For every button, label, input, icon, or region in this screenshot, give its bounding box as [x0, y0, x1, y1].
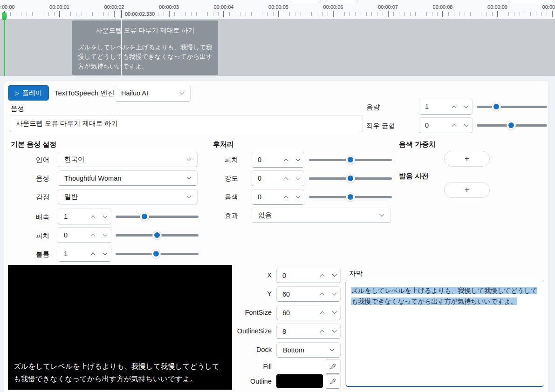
subtitle-textarea[interactable]: ズルをしてレベルを上げるよりも、我慢して我慢してどうしても我慢できなくなってから… — [345, 280, 544, 387]
intensity-slider[interactable] — [309, 174, 392, 182]
play-icon: ▷ — [15, 90, 19, 96]
clip-title: 사운드텝 오류 다루기 제대로 하기 — [72, 27, 218, 35]
cutoff-button[interactable] — [290, 0, 321, 3]
fill-color-swatch[interactable] — [276, 360, 323, 373]
spin-up-button[interactable] — [316, 324, 328, 338]
pitch-spinner[interactable]: 0 — [58, 227, 111, 243]
speed-slider[interactable] — [116, 212, 199, 221]
chevron-down-icon — [295, 175, 300, 180]
spin-up-button[interactable] — [316, 268, 328, 283]
chevron-down-icon — [332, 272, 336, 277]
balance-slider[interactable] — [477, 121, 547, 129]
intensity-value: 0 — [252, 175, 280, 182]
add-timbre-weight-button[interactable]: + — [444, 151, 490, 167]
voice-text-value: 사운드텝 오류 다루기 제대로 하기 — [10, 119, 118, 128]
effect-select[interactable]: 없음 — [252, 208, 391, 223]
pitch-slider[interactable] — [116, 231, 199, 239]
slider-thumb[interactable] — [507, 121, 515, 129]
language-select[interactable]: 한국어 — [58, 152, 198, 167]
outline-color-swatch[interactable] — [276, 374, 323, 388]
add-pronunciation-button[interactable]: + — [444, 182, 490, 198]
timbre-weights-heading: 음색 가중치 — [399, 140, 436, 149]
y-spinner[interactable]: 60 — [276, 286, 341, 302]
chevron-down-icon — [187, 175, 192, 180]
emotion-select[interactable]: 일반 — [58, 189, 198, 204]
spin-down-button[interactable] — [99, 209, 111, 224]
timeline-marker-handle[interactable] — [2, 12, 7, 20]
playhead-line[interactable] — [121, 19, 122, 76]
spin-up-button[interactable] — [316, 305, 328, 320]
fill-color-picker-button[interactable] — [325, 359, 341, 374]
spin-up-button[interactable] — [280, 171, 292, 186]
slider-thumb[interactable] — [492, 102, 500, 111]
slider-thumb[interactable] — [346, 174, 355, 182]
post-pitch-slider[interactable] — [309, 155, 392, 164]
spin-up-button[interactable] — [280, 152, 292, 167]
spin-down-button[interactable] — [328, 305, 340, 320]
outlinesize-spinner[interactable]: 8 — [276, 324, 341, 339]
spin-down-button[interactable] — [460, 99, 472, 114]
slider-thumb[interactable] — [153, 231, 161, 239]
spin-down-button[interactable] — [292, 152, 304, 167]
cutoff-button[interactable] — [325, 0, 358, 3]
engine-select[interactable]: Hailuo AI — [115, 85, 191, 101]
cutoff-button[interactable] — [508, 0, 555, 3]
subtitle-clip[interactable]: 사운드텝 오류 다루기 제대로 하기 ズルをしてレベルを上げるよりも、我慢して我… — [72, 20, 218, 75]
timbre-slider[interactable] — [309, 193, 392, 201]
slider-thumb[interactable] — [346, 155, 355, 164]
speed-value: 1 — [58, 213, 87, 220]
spin-up-button[interactable] — [316, 287, 328, 301]
ruler-label: 00:00:03 — [159, 4, 179, 10]
y-label: Y — [225, 290, 272, 297]
volume2-spinner[interactable]: 1 — [58, 246, 111, 262]
slider-thumb[interactable] — [140, 212, 149, 221]
spin-down-button[interactable] — [328, 268, 340, 283]
spin-up-button[interactable] — [448, 118, 460, 133]
x-spinner[interactable]: 0 — [276, 268, 341, 283]
ruler-label: 00:00:00 — [0, 4, 14, 10]
playhead-tick[interactable] — [121, 10, 122, 18]
spin-down-button[interactable] — [328, 287, 340, 301]
timeline-ruler[interactable]: 00:00:00 00:00:01 00:00:02 00:00:03 00:0… — [0, 0, 555, 19]
ruler-label: 00:00:10 — [542, 4, 555, 10]
spin-down-button[interactable] — [292, 171, 304, 186]
timeline-track[interactable]: 사운드텝 오류 다루기 제대로 하기 ズルをしてレベルを上げるよりも、我慢して我… — [0, 19, 555, 76]
volume2-slider[interactable] — [116, 250, 199, 258]
spin-up-button[interactable] — [280, 189, 292, 204]
spin-down-button[interactable] — [99, 246, 111, 261]
volume-spinner[interactable]: 1 — [419, 99, 473, 115]
spin-up-button[interactable] — [87, 246, 99, 261]
spin-down-button[interactable] — [328, 324, 340, 338]
slider-thumb[interactable] — [152, 250, 160, 258]
balance-spinner[interactable]: 0 — [419, 117, 473, 133]
effect-label: 효과 — [212, 211, 238, 220]
spin-down-button[interactable] — [99, 228, 111, 243]
ruler-label: 00:00:01 — [49, 4, 69, 10]
speed-spinner[interactable]: 1 — [58, 209, 111, 224]
slider-thumb[interactable] — [346, 193, 355, 201]
outlinesize-value: 8 — [277, 328, 316, 335]
spin-up-button[interactable] — [448, 99, 460, 114]
timbre-spinner[interactable]: 0 — [252, 189, 304, 205]
fontsize-spinner[interactable]: 60 — [276, 305, 341, 320]
slider-track — [116, 216, 199, 218]
ruler-label: 00:00:04 — [214, 4, 234, 10]
outline-color-picker-button[interactable] — [325, 374, 341, 389]
spin-down-button[interactable] — [460, 118, 472, 133]
play-button-label: 플레이 — [22, 89, 42, 97]
spin-up-button[interactable] — [87, 209, 99, 224]
dock-select[interactable]: Bottom — [276, 342, 341, 358]
color-picker-icon — [329, 378, 336, 385]
voice-text-input[interactable]: 사운드텝 오류 다루기 제대로 하기 — [10, 115, 363, 132]
play-button[interactable]: ▷ 플레이 — [8, 85, 49, 101]
video-preview[interactable]: ズルをしてレベルを上げるよりも、我慢して我慢してどうしても我慢できなくなってから… — [8, 265, 232, 390]
voice-select[interactable]: Thoughtful Woman — [58, 170, 198, 186]
post-pitch-spinner[interactable]: 0 — [252, 152, 304, 168]
volume-slider[interactable] — [477, 102, 547, 111]
intensity-spinner[interactable]: 0 — [252, 170, 304, 186]
spin-down-button[interactable] — [292, 189, 304, 204]
spin-up-button[interactable] — [87, 228, 99, 243]
ruler-label: 00:00:09 — [487, 4, 507, 10]
chevron-up-icon — [283, 196, 288, 200]
post-pitch-value: 0 — [252, 156, 280, 163]
